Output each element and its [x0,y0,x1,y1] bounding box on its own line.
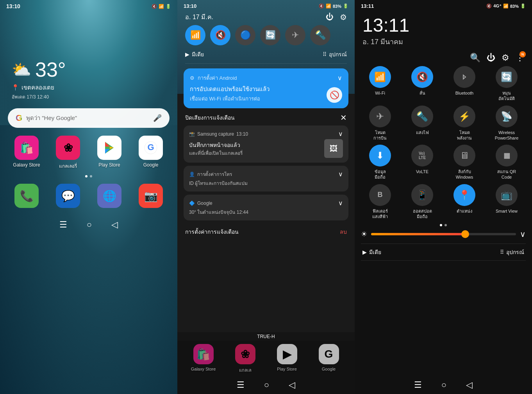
dock-browser[interactable]: 🌐 [91,184,128,208]
home-p3[interactable]: ○ [441,380,446,390]
filter-tile-icon: B [369,184,391,206]
qs-tile-sound[interactable]: 🔇 สั่น [403,66,441,102]
flashlight-tile-icon: 🔦 [411,106,433,127]
qs-search-icon[interactable]: 🔍 [470,53,480,63]
bluetooth-toggle[interactable]: 🔵 [235,25,255,45]
qs-media-row: ▶ มีเดีย ⠿ อุปกรณ์ [355,245,532,259]
qs-tile-windows[interactable]: 🖥 ลิงก์กับWindows [445,145,484,180]
svg-text:G: G [147,142,154,152]
qs-tile-filter[interactable]: B ฟิลเตอร์แสงสีฟ้า [361,184,399,220]
recents-p3[interactable]: ☰ [414,380,422,390]
qs-tile-wireless-power[interactable]: 📡 WirelessPowerShare [487,106,526,141]
app-play-store[interactable]: Play Store [91,136,128,170]
recents-button-p1[interactable]: ☰ [59,220,67,230]
devices-button-p2[interactable]: ⠿ อุปกรณ์ [323,50,347,59]
wireless-power-tile-label: WirelessPowerShare [495,130,519,141]
qs-tile-flashlight[interactable]: 🔦 แสงไฟ [403,106,441,141]
dock-camera[interactable]: 📷 [132,184,170,208]
qs-tile-bluetooth[interactable]: Bluetooth [445,66,484,102]
mute-icon-p1: 🔇 [152,4,157,9]
qs-devices-button[interactable]: ⠿ อุปกรณ์ [500,248,524,256]
qs-tile-airplane[interactable]: ✈ โหมดการบิน [361,106,399,141]
qs-power-icon[interactable]: ⏻ [487,53,495,63]
qs-tile-qr[interactable]: ▦ สแกน QRCode [487,145,526,180]
bottom-galaxy-store[interactable]: 🛍️ Galaxy Store [184,344,223,374]
notif-delete-button[interactable]: ลบ [340,227,347,236]
galaxy-store-icon: 🛍️ [14,136,39,160]
notif-settings-row: การตั้งค่าการแจ้งเตือน ลบ [184,224,348,236]
nav-bar-p2: ☰ ○ ◁ [177,376,355,394]
home-p2[interactable]: ○ [264,380,269,390]
back-p2[interactable]: ◁ [289,380,295,390]
dock-messages[interactable]: 💬 [49,184,87,208]
bottom-play-store[interactable]: ▶ Play Store [267,344,307,374]
brightness-track[interactable] [371,233,516,235]
android-update-notif: ⚙ การตั้งค่า Android ∨ การอัปเดตแอปพร้อม… [184,68,348,108]
google-search-bar[interactable]: G พูดว่า "Hey Google" 🎤 [8,108,170,128]
dismiss-header: ปิดเสียงการแจ้งเตือน ✕ [184,111,348,125]
status-time-p2: 13:10 [184,3,196,9]
recents-p2[interactable]: ☰ [237,380,245,390]
page-dots-p1 [0,175,177,177]
wifi-toggle[interactable]: 📶 [185,25,205,45]
brightness-expand-icon[interactable]: ∨ [520,229,526,239]
wireless-power-tile-icon: 📡 [496,106,518,127]
status-icons-p1: 🔇 📶 🔋 [152,4,171,9]
bottom-gallery[interactable]: ❀ แกลเล [225,344,265,374]
signal-icon-p2: 📶 [326,4,331,9]
hotspot-tile-icon: 📱 [411,184,433,206]
airplane-toggle[interactable]: ✈ [285,25,305,45]
bottom-google[interactable]: G Google [309,344,348,374]
mic-icon[interactable]: 🎤 [153,114,162,122]
qs-top-icons: 🔍 ⏻ ⚙ ⋮ N [355,51,532,66]
dismiss-close[interactable]: ✕ [340,113,347,122]
qs-more-icon[interactable]: ⋮ N [516,53,524,63]
qs-tile-power-mode[interactable]: ⚡ โหมดพลังงาน [445,106,484,141]
qs-tile-location[interactable]: 📍 ตำแหน่ง [445,184,484,220]
qs-tile-rotation[interactable]: 🔄 หมุนอัตโนมัติ [487,66,526,102]
app-galaxy-store[interactable]: 🛍️ Galaxy Store [8,136,45,170]
qs-devices-label: อุปกรณ์ [506,248,524,256]
sc-expand[interactable]: ∨ [338,130,343,138]
wifi-tile-icon: 📶 [369,66,391,88]
dot-2 [90,175,92,177]
qs-tile-smartview[interactable]: 📺 Smart View [487,184,526,220]
back-button-p1[interactable]: ◁ [111,220,118,230]
app-google[interactable]: G Google [132,136,170,170]
qs-page-dots [355,222,532,228]
home-button-p1[interactable]: ○ [87,220,92,230]
app-gallery[interactable]: ❀ แกลเลอรี่ [49,136,87,170]
signal-icon-p3: 4G⁺ [493,4,502,9]
weather-icon: ⛅ [12,61,31,79]
provider-label: TRUE-H [177,332,355,341]
rotate-toggle[interactable]: 🔄 [260,25,280,45]
notif-settings-button[interactable]: การตั้งค่าการแจ้งเตือน [185,227,239,236]
battery-icon-p1: 🔋 [166,4,171,9]
back-p3[interactable]: ◁ [466,380,473,390]
media-button-p2[interactable]: ▶ มีเดีย [185,50,204,59]
settings-icon-p2[interactable]: ⚙ [340,13,347,22]
qs-tile-wifi[interactable]: 📶 Wi-Fi [361,66,399,102]
bottom-gal-icon: ❀ [235,344,255,364]
qs-media-button[interactable]: ▶ มีเดีย [362,248,381,256]
qs-tile-hotspot[interactable]: 📱 ฮอตสปอตมือถือ [403,184,441,220]
brightness-thumb [461,230,469,238]
gw-expand[interactable]: ∨ [338,199,343,207]
browser-icon: 🌐 [97,184,121,208]
power-icon-p2[interactable]: ⏻ [326,13,334,22]
bottom-gs-icon: 🛍️ [193,344,214,364]
notif-date-row: อ. 17 มี.ค. ⏻ ⚙ [177,11,355,25]
dock-phone[interactable]: 📞 [8,184,45,208]
bottom-gs-label: Galaxy Store [191,367,216,371]
qs-settings-icon[interactable]: ⚙ [502,53,509,63]
qs-tile-data[interactable]: ⬇ ข้อมูลมือถือ [361,145,399,180]
ps-expand[interactable]: ∨ [338,170,343,178]
notif-expand-1[interactable]: ∨ [337,74,342,82]
sound-toggle[interactable]: 🔇 [210,25,230,45]
status-time-p1: 13:10 [6,3,20,9]
qs-tile-volte[interactable]: Vo)LTE VoLTE [403,145,441,180]
person-icon-notif: 👤 [189,172,195,177]
nav-bar-p1: ☰ ○ ◁ [0,216,177,234]
smartview-tile-label: Smart View [496,208,518,214]
flashlight-toggle[interactable]: 🔦 [310,25,330,45]
